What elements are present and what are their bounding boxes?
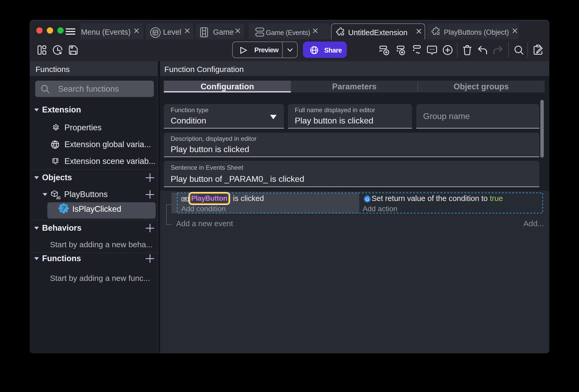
svg-text:?: ? <box>62 204 66 212</box>
svg-text:2D: 2D <box>56 196 60 200</box>
svg-text:G: G <box>365 197 369 202</box>
